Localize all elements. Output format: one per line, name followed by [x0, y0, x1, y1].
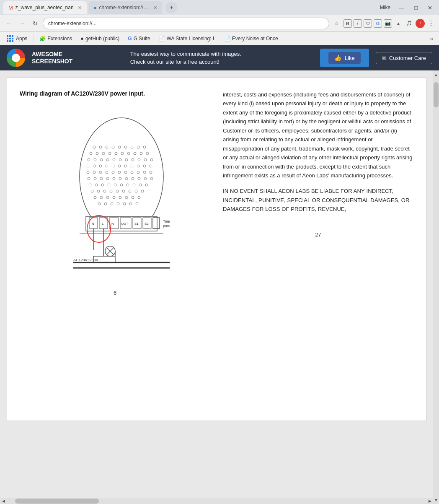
maximize-button[interactable]: □: [411, 4, 421, 12]
scroll-up-button[interactable]: ▲: [433, 71, 439, 78]
star-icon[interactable]: ☆: [332, 19, 341, 28]
hscroll-track[interactable]: [7, 498, 426, 504]
tab1-close[interactable]: ✕: [78, 5, 82, 10]
tab-1[interactable]: M z_wave_plus_aeotec_nan ✕: [3, 1, 87, 14]
address-input[interactable]: [43, 18, 329, 29]
hscroll-thumb[interactable]: [15, 499, 99, 504]
svg-point-85: [94, 196, 96, 199]
svg-point-42: [143, 165, 146, 167]
svg-point-6: [112, 146, 114, 148]
svg-point-22: [88, 158, 90, 161]
tab-2[interactable]: ● chrome-extension://nlipc ✕: [88, 1, 163, 14]
bookmark-github[interactable]: ● getHub (public): [77, 34, 123, 42]
scroll-track[interactable]: [433, 78, 439, 496]
hscroll-right-button[interactable]: ▶: [426, 498, 433, 504]
page-left-column: Wiring diagram of AC120V/230V power inpu…: [20, 90, 210, 408]
tab2-close[interactable]: ✕: [153, 5, 157, 10]
svg-point-88: [113, 196, 115, 199]
svg-point-37: [112, 165, 114, 167]
bookmark-extensions[interactable]: 🧩 Extensions: [36, 35, 75, 42]
bookmark-gsuite-label: G Suite: [134, 36, 150, 42]
svg-point-12: [90, 152, 92, 155]
svg-point-56: [94, 177, 96, 180]
customer-care-button[interactable]: ✉ Customer Care: [376, 52, 432, 64]
svg-point-68: [101, 184, 104, 186]
horizontal-scrollbar[interactable]: ◀ ▶: [0, 498, 433, 504]
reload-button[interactable]: ↻: [30, 18, 40, 29]
hscroll-left-button[interactable]: ◀: [0, 498, 7, 504]
svg-text:N: N: [92, 222, 94, 226]
scroll-thumb[interactable]: [434, 82, 439, 107]
github-icon: ●: [80, 35, 84, 42]
drive-icon[interactable]: ▲: [394, 19, 403, 28]
banner-desc-line2: Check out our site for a free account!: [130, 58, 313, 66]
user-name: Mike: [380, 5, 390, 10]
shield-icon[interactable]: 🛡: [364, 19, 372, 28]
svg-point-38: [118, 165, 121, 167]
svg-point-96: [117, 203, 119, 205]
like-button[interactable]: 👍 Like: [328, 52, 361, 64]
tabs-area: M z_wave_plus_aeotec_nan ✕ ● chrome-exte…: [3, 1, 177, 14]
minimize-button[interactable]: —: [395, 4, 408, 12]
svg-point-63: [138, 177, 140, 180]
left-page-number: 6: [20, 290, 210, 296]
more-bookmarks-button[interactable]: »: [427, 34, 436, 43]
svg-point-25: [106, 158, 109, 161]
svg-point-9: [131, 146, 133, 148]
svg-point-46: [99, 171, 102, 174]
svg-text:OUT: OUT: [121, 222, 128, 226]
svg-point-41: [137, 165, 139, 167]
wiring-diagram-title: Wiring diagram of AC120V/230V power inpu…: [20, 90, 210, 97]
svg-point-59: [113, 177, 115, 180]
envelope-icon: ✉: [382, 55, 387, 61]
svg-point-26: [113, 158, 115, 161]
wiring-diagram-container: N L IN OUT S1: [20, 105, 210, 281]
svg-point-40: [131, 165, 133, 167]
menu-icon[interactable]: ⋮: [426, 19, 436, 28]
bookmark-icon[interactable]: B: [343, 19, 352, 28]
svg-point-91: [132, 196, 134, 199]
back-button[interactable]: ←: [3, 18, 14, 29]
svg-point-93: [98, 203, 101, 205]
svg-point-64: [144, 177, 147, 180]
g-icon[interactable]: G: [374, 19, 382, 28]
vertical-scrollbar[interactable]: ▲ ▼: [433, 70, 439, 504]
svg-point-29: [132, 158, 134, 161]
close-button[interactable]: ✕: [424, 4, 436, 12]
svg-point-51: [131, 171, 133, 174]
titlebar: M z_wave_plus_aeotec_nan ✕ ● chrome-exte…: [0, 0, 439, 15]
bookmark-wa[interactable]: 📄 WA State Licensing: L: [155, 35, 219, 42]
svg-point-72: [127, 184, 129, 186]
svg-point-47: [106, 171, 108, 174]
wa-icon: 📄: [159, 36, 165, 42]
extension-red-icon[interactable]: !: [416, 19, 425, 28]
bookmark-noise[interactable]: 📄 Every Noise at Once: [221, 35, 281, 42]
svg-point-94: [104, 203, 107, 205]
svg-point-69: [108, 184, 110, 186]
camera-icon[interactable]: 📷: [384, 19, 392, 28]
page-container: Wiring diagram of AC120V/230V power inpu…: [0, 70, 433, 504]
right-body-text: interest, costs and expenses (including …: [223, 90, 413, 180]
svg-point-17: [121, 152, 124, 155]
new-tab-button[interactable]: +: [165, 2, 177, 13]
apps-bookmark[interactable]: Apps: [3, 34, 31, 43]
scroll-down-button[interactable]: ▼: [433, 496, 439, 503]
svg-point-14: [102, 152, 105, 155]
page-inner: Wiring diagram of AC120V/230V power inpu…: [7, 77, 426, 421]
svg-point-34: [93, 165, 96, 167]
bookmark-gsuite[interactable]: G G Suite: [124, 35, 153, 42]
svg-text:S2: S2: [145, 222, 149, 226]
svg-point-78: [103, 190, 106, 192]
ext-icon[interactable]: 🎵: [405, 19, 414, 28]
svg-text:Touch: Touch: [163, 219, 170, 223]
svg-point-87: [106, 196, 109, 199]
svg-point-39: [124, 165, 127, 167]
right-caps-text: IN NO EVENT SHALL AEON LABS BE LIABLE FO…: [223, 187, 413, 213]
svg-point-7: [118, 146, 121, 148]
bookmark-separator-1: [33, 34, 34, 43]
svg-text:panel: panel: [163, 224, 170, 228]
svg-point-5: [106, 146, 108, 148]
forward-button[interactable]: →: [17, 18, 28, 29]
bookmark-noise-label: Every Noise at Once: [232, 36, 278, 42]
slash-icon[interactable]: /: [354, 19, 362, 28]
